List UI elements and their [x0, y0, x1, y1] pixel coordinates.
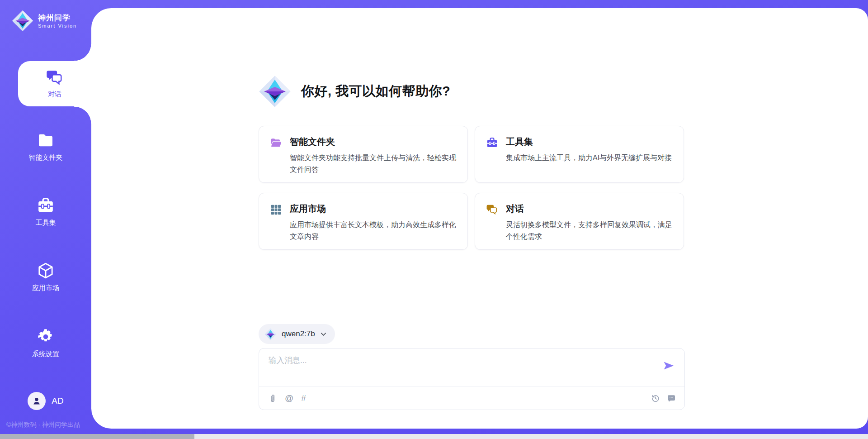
folder-open-icon [270, 137, 282, 149]
sidebar-item-label: 系统设置 [32, 350, 59, 358]
brand-subtitle: Smart Vision [38, 23, 77, 29]
sidebar-item-smart-folder[interactable]: 智能文件夹 [0, 131, 91, 162]
message-composer: @ # [259, 348, 685, 410]
model-diamond-icon [264, 328, 277, 340]
copyright-footer: ©神州数码 · 神州问学出品 [6, 421, 80, 429]
user-account[interactable]: AD [0, 392, 91, 410]
history-icon[interactable] [651, 394, 660, 403]
greeting-text: 你好, 我可以如何帮助你? [301, 82, 450, 100]
sidebar-item-label: 对话 [48, 90, 61, 99]
app-window: 神州问学 Smart Vision 对话 智能文件夹 工具集 应用市场 系统设置 [0, 0, 868, 439]
sidebar-item-chat[interactable]: 对话 [18, 61, 91, 106]
card-title: 对话 [506, 203, 673, 215]
mention-icon[interactable]: @ [285, 394, 293, 403]
sidebar-item-toolset[interactable]: 工具集 [0, 196, 91, 227]
chat-bubbles-icon [486, 204, 498, 216]
gear-icon [37, 328, 55, 346]
sidebar-item-label: 工具集 [36, 219, 56, 227]
card-description: 应用市场提供丰富长文本模板，助力高效生成多样化文章内容 [290, 219, 457, 243]
chat-bubbles-icon [46, 69, 64, 87]
hashtag-icon[interactable]: # [301, 394, 306, 403]
card-title: 应用市场 [290, 203, 457, 215]
sidebar-item-app-market[interactable]: 应用市场 [0, 262, 91, 292]
app-grid-icon [270, 204, 282, 216]
card-smart-folder[interactable]: 智能文件夹 智能文件夹功能支持批量文件上传与清洗，轻松实现文件问答 [259, 126, 468, 183]
feature-cards: 智能文件夹 智能文件夹功能支持批量文件上传与清洗，轻松实现文件问答 工具集 集成… [259, 126, 685, 250]
chevron-down-icon [320, 331, 327, 338]
toolbox-icon [37, 196, 55, 215]
sidebar: 神州问学 Smart Vision 对话 智能文件夹 工具集 应用市场 系统设置 [0, 0, 91, 439]
send-icon[interactable] [662, 359, 675, 372]
cube-icon [37, 262, 55, 280]
conversation-icon[interactable] [667, 394, 676, 403]
user-initials: AD [52, 396, 63, 406]
person-icon [31, 396, 42, 406]
model-selector[interactable]: qwen2:7b [259, 324, 335, 344]
folder-icon [37, 131, 55, 149]
message-input[interactable] [269, 355, 639, 382]
card-description: 灵活切换多模型文件，支持多样回复效果调试，满足个性化需求 [506, 219, 673, 243]
card-app-market[interactable]: 应用市场 应用市场提供丰富长文本模板，助力高效生成多样化文章内容 [259, 193, 468, 250]
brand-name: 神州问学 [38, 13, 77, 23]
main-panel: 你好, 我可以如何帮助你? 智能文件夹 智能文件夹功能支持批量文件上传与清洗，轻… [91, 8, 868, 429]
attachment-icon[interactable] [268, 394, 277, 403]
card-title: 工具集 [506, 136, 673, 148]
avatar [28, 392, 46, 410]
card-description: 集成市场上主流工具，助力AI与外界无缝扩展与对接 [506, 152, 673, 164]
sidebar-item-settings[interactable]: 系统设置 [0, 328, 91, 358]
card-chat[interactable]: 对话 灵活切换多模型文件，支持多样回复效果调试，满足个性化需求 [475, 193, 684, 250]
toolbox-icon [486, 137, 498, 149]
card-title: 智能文件夹 [290, 136, 457, 148]
greeting-block: 你好, 我可以如何帮助你? [259, 75, 685, 108]
sidebar-item-label: 应用市场 [32, 284, 59, 292]
card-toolset[interactable]: 工具集 集成市场上主流工具，助力AI与外界无缝扩展与对接 [475, 126, 684, 183]
model-name: qwen2:7b [282, 329, 315, 339]
card-description: 智能文件夹功能支持批量文件上传与清洗，轻松实现文件问答 [290, 152, 457, 176]
brand-logo: 神州问学 Smart Vision [12, 10, 77, 32]
sidebar-item-label: 智能文件夹 [29, 153, 63, 162]
brand-diamond-icon [12, 10, 33, 32]
scrollbar-thumb[interactable] [0, 434, 194, 439]
assistant-diamond-icon [259, 75, 291, 108]
horizontal-scrollbar[interactable] [0, 434, 868, 439]
